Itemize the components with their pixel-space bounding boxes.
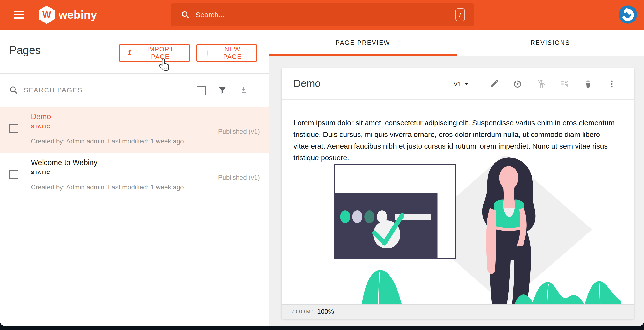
top-bar: W webiny / <box>0 0 644 30</box>
page-title: Pages <box>9 44 41 56</box>
edit-page-button[interactable] <box>490 79 499 89</box>
upload-icon <box>126 49 134 57</box>
search-icon <box>9 86 18 95</box>
tab-revisions[interactable]: REVISIONS <box>457 30 644 56</box>
filter-icon[interactable] <box>218 86 227 95</box>
new-page-button[interactable]: NEW PAGE <box>196 44 257 62</box>
preview-tabs: PAGE PREVIEW REVISIONS <box>269 30 644 56</box>
page-illustration <box>282 156 634 304</box>
preview-actions: V1 <box>453 68 616 99</box>
item-type-badge: STATIC <box>31 124 50 129</box>
unpublish-button[interactable] <box>560 79 570 89</box>
preview-zoom-bar: ZOOM: 100% <box>282 304 634 319</box>
request-review-button[interactable] <box>536 79 546 89</box>
item-meta: Created by: Admin admin. Last modified: … <box>31 138 186 145</box>
list-item-demo[interactable]: Demo STATIC Published (v1) Created by: A… <box>0 107 269 153</box>
zoom-label: ZOOM: <box>292 308 314 315</box>
search-icon <box>181 10 190 19</box>
menu-icon[interactable] <box>14 11 24 19</box>
item-status: Published (v1) <box>218 174 260 182</box>
select-all-checkbox[interactable] <box>197 86 206 95</box>
import-page-label: IMPORT PAGE <box>138 46 183 60</box>
item-type-badge: STATIC <box>31 170 50 175</box>
preview-card: Demo V1 <box>282 68 634 319</box>
user-avatar[interactable] <box>618 5 637 24</box>
item-title[interactable]: Demo <box>31 112 51 121</box>
pages-panel-header: Pages IMPORT PAGE NEW PAGE <box>0 30 269 74</box>
revision-history-button[interactable] <box>513 79 522 89</box>
webiny-logo[interactable]: W <box>39 6 55 24</box>
zoom-value[interactable]: 100% <box>317 308 334 316</box>
import-page-button[interactable]: IMPORT PAGE <box>119 44 190 62</box>
pages-search-input[interactable] <box>23 84 160 96</box>
unpublish-icon <box>560 79 570 89</box>
version-label: V1 <box>453 80 462 88</box>
export-icon[interactable] <box>239 86 248 95</box>
request-review-icon <box>536 79 546 89</box>
preview-page-title: Demo <box>294 78 320 89</box>
preview-card-body: Lorem ipsum dolor sit amet, consectetur … <box>282 100 634 304</box>
new-page-label: NEW PAGE <box>214 46 250 60</box>
trash-icon <box>584 79 593 88</box>
plus-icon <box>203 49 211 57</box>
slash-shortcut-key: / <box>455 8 465 21</box>
history-icon <box>513 79 522 89</box>
page-preview-panel: PAGE PREVIEW REVISIONS Demo V1 <box>269 30 644 326</box>
item-status: Published (v1) <box>218 128 260 136</box>
delete-page-button[interactable] <box>583 79 593 89</box>
pages-search-row <box>0 74 269 107</box>
item-title[interactable]: Welcome to Webiny <box>31 158 98 167</box>
more-options-button[interactable] <box>607 79 616 89</box>
chevron-down-icon <box>464 82 469 85</box>
edit-pencil-icon <box>490 79 499 88</box>
item-meta: Created by: Admin admin. Last modified: … <box>31 184 186 191</box>
item-checkbox[interactable] <box>9 170 18 179</box>
item-checkbox[interactable] <box>9 124 18 133</box>
pages-list-panel: Pages IMPORT PAGE NEW PAGE <box>0 30 269 326</box>
tab-page-preview[interactable]: PAGE PREVIEW <box>269 30 457 56</box>
brand-name: webiny <box>58 8 97 21</box>
global-search[interactable]: / <box>171 4 474 26</box>
app-window: W webiny / Pages <box>0 0 644 326</box>
version-dropdown[interactable]: V1 <box>453 80 469 88</box>
global-search-input[interactable] <box>195 10 455 19</box>
list-item-welcome-to-webiny[interactable]: Welcome to Webiny STATIC Published (v1) … <box>0 153 269 199</box>
preview-card-header: Demo V1 <box>282 68 634 100</box>
more-vertical-icon <box>607 79 616 88</box>
